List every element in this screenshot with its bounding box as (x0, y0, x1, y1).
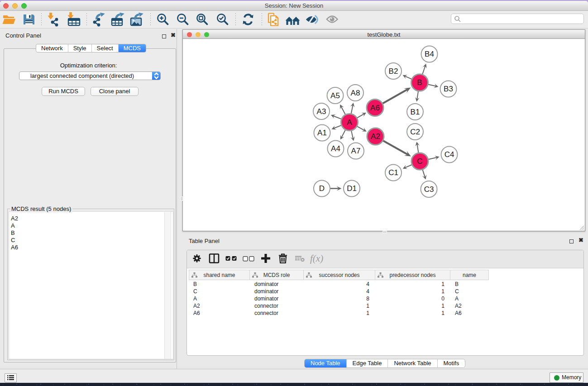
svg-text:C: C (417, 157, 422, 166)
svg-text:A1: A1 (317, 129, 327, 137)
svg-text:B2: B2 (389, 67, 398, 76)
svg-text:C3: C3 (424, 185, 434, 194)
svg-text:B4: B4 (425, 50, 434, 58)
svg-text:A4: A4 (331, 144, 340, 153)
svg-text:C1: C1 (388, 168, 398, 177)
svg-text:A5: A5 (330, 91, 340, 100)
svg-text:A3: A3 (317, 107, 326, 116)
svg-text:C4: C4 (445, 150, 454, 159)
svg-text:A2: A2 (371, 132, 380, 141)
svg-text:C2: C2 (410, 128, 420, 136)
svg-text:D1: D1 (347, 184, 357, 193)
svg-text:A7: A7 (351, 147, 361, 155)
svg-text:A: A (347, 118, 352, 127)
svg-text:B3: B3 (444, 85, 453, 93)
svg-text:A6: A6 (370, 104, 380, 112)
svg-text:D: D (319, 184, 325, 193)
svg-text:B1: B1 (411, 108, 420, 116)
svg-text:A8: A8 (351, 89, 360, 97)
svg-text:B: B (417, 78, 422, 87)
